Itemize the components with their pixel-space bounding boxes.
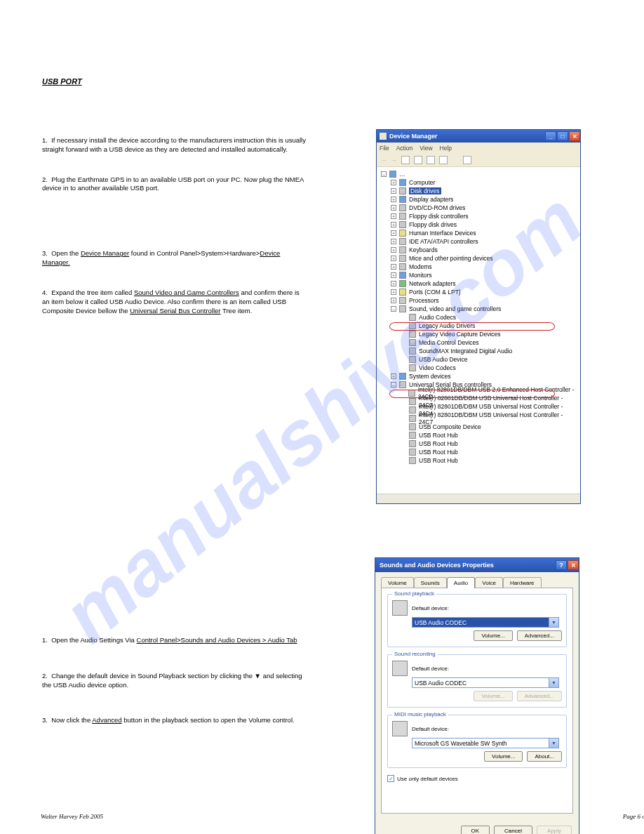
device-icon: [409, 356, 416, 363]
dropdown-playback-device[interactable]: USB Audio CODEC▼: [412, 617, 559, 628]
dropdown-arrow-icon[interactable]: ▼: [549, 618, 558, 627]
tree-item[interactable]: Modems: [409, 263, 432, 270]
checkbox-label: Use only default devices: [397, 776, 458, 782]
minimize-button[interactable]: _: [545, 131, 556, 141]
close-button[interactable]: [569, 131, 580, 141]
status-bar: [377, 494, 580, 503]
midi-about-button[interactable]: About...: [527, 751, 562, 762]
cancel-button[interactable]: Cancel: [494, 826, 532, 834]
menu-file[interactable]: File: [380, 145, 389, 152]
checkbox-use-only-default[interactable]: ✓ Use only default devices: [387, 775, 567, 782]
fieldset-midi-playback: MIDI music playback Default device: Micr…: [387, 715, 567, 768]
tree-item[interactable]: Display adapters: [409, 196, 453, 203]
menu-action[interactable]: Action: [396, 145, 413, 152]
tree-item[interactable]: DVD/CD-ROM drives: [409, 204, 465, 211]
device-icon: [399, 221, 406, 228]
tree-item[interactable]: SoundMAX Integrated Digital Audio: [419, 348, 512, 355]
tree-item[interactable]: Monitors: [409, 272, 432, 279]
dialog-title: Sounds and Audio Devices Properties: [380, 562, 494, 569]
device-icon: [409, 398, 416, 405]
sysdev-icon: [399, 373, 406, 380]
tree-item[interactable]: Video Codecs: [419, 364, 456, 371]
tree-sound-video[interactable]: Sound, video and game controllers: [409, 305, 501, 312]
tab-voice[interactable]: Voice: [475, 577, 503, 588]
toolbar-icon[interactable]: [401, 156, 410, 164]
menu-bar[interactable]: File Action View Help: [377, 143, 580, 153]
step-1-2: 2. Plug the Earthmate GPS in to an avail…: [42, 176, 309, 194]
playback-volume-button[interactable]: Volume...: [474, 630, 512, 641]
maximize-button[interactable]: □: [557, 131, 568, 141]
device-icon: [409, 406, 416, 413]
titlebar[interactable]: Sounds and Audio Devices Properties ?: [375, 558, 579, 572]
tree-item[interactable]: USB Root Hub: [419, 432, 458, 439]
tree-item[interactable]: Legacy Video Capture Devices: [419, 331, 501, 338]
tree-item[interactable]: Ports (COM & LPT): [409, 289, 461, 296]
dropdown-recording-device[interactable]: USB Audio CODEC▼: [412, 677, 559, 688]
device-icon: [399, 213, 406, 220]
tree-item[interactable]: Media Control Devices: [419, 339, 479, 346]
tree-item[interactable]: USB Root Hub: [419, 449, 458, 456]
device-icon: [399, 246, 406, 253]
footer-right: Page 6 of 6: [623, 813, 644, 820]
tree-item[interactable]: Network adapters: [409, 280, 456, 287]
tree-root[interactable]: …: [399, 171, 405, 178]
toolbar-icon[interactable]: [427, 156, 435, 164]
tab-audio[interactable]: Audio: [447, 577, 475, 588]
help-button[interactable]: ?: [556, 560, 567, 570]
menu-view[interactable]: View: [420, 145, 432, 152]
menu-help[interactable]: Help: [440, 145, 452, 152]
tab-sounds[interactable]: Sounds: [414, 577, 447, 588]
tab-volume[interactable]: Volume: [381, 577, 414, 588]
label-default-device: Default device:: [412, 726, 449, 732]
device-icon: [399, 289, 406, 296]
tree-system-devices[interactable]: System devices: [409, 373, 451, 380]
recording-advanced-button: Advanced...: [517, 691, 562, 701]
tree-item[interactable]: Floppy disk controllers: [409, 213, 469, 220]
microphone-icon: [392, 661, 408, 676]
legend-playback: Sound playback: [392, 590, 436, 597]
ok-button[interactable]: OK: [461, 826, 490, 834]
device-icon: [409, 457, 416, 464]
tree-item[interactable]: USB Audio Device: [419, 356, 467, 363]
midi-volume-button[interactable]: Volume...: [484, 751, 523, 762]
dropdown-arrow-icon[interactable]: ▼: [549, 678, 558, 687]
app-icon: [380, 133, 387, 140]
device-icon: [409, 423, 416, 430]
tree-item[interactable]: Floppy disk drives: [409, 221, 457, 228]
apply-button: Apply: [537, 826, 572, 834]
label-default-device: Default device:: [412, 605, 449, 611]
toolbar-icon[interactable]: [439, 156, 448, 164]
step-2-2: 2. Change the default device in Sound Pl…: [42, 672, 309, 690]
tree-item[interactable]: Disk drives: [409, 187, 441, 194]
window-title: Device Manager: [389, 133, 438, 140]
device-icon: [399, 272, 406, 279]
fieldset-sound-playback: Sound playback Default device: USB Audio…: [387, 594, 567, 647]
device-icon: [399, 263, 406, 270]
tree-item[interactable]: USB Root Hub: [419, 457, 458, 464]
tab-strip: Volume Sounds Audio Voice Hardware: [375, 572, 579, 588]
tree-item[interactable]: Human Interface Devices: [409, 230, 476, 237]
tree-item[interactable]: Processors: [409, 297, 439, 304]
close-button[interactable]: [568, 560, 579, 570]
dropdown-midi-device[interactable]: Microsoft GS Wavetable SW Synth▼: [412, 738, 559, 748]
toolbar-icon[interactable]: [463, 156, 471, 164]
device-icon: [399, 230, 406, 237]
tree-item[interactable]: Computer: [409, 179, 435, 186]
tree-item[interactable]: IDE ATA/ATAPI controllers: [409, 238, 478, 245]
toolbar-icon[interactable]: [414, 156, 422, 164]
tree-item[interactable]: Mice and other pointing devices: [409, 255, 493, 262]
tree-item[interactable]: Audio Codecs: [419, 314, 456, 321]
device-icon: [409, 339, 416, 346]
checkbox-icon[interactable]: ✓: [387, 775, 394, 782]
titlebar[interactable]: Device Manager _ □: [377, 130, 580, 143]
device-icon: [399, 204, 406, 211]
tree-item[interactable]: USB Composite Device: [419, 423, 481, 430]
highlight-usb-composite-device: [389, 390, 555, 398]
tree-item[interactable]: USB Root Hub: [419, 440, 458, 447]
tab-hardware[interactable]: Hardware: [503, 577, 542, 588]
dropdown-arrow-icon[interactable]: ▼: [549, 739, 558, 748]
tree-item[interactable]: Keyboards: [409, 246, 438, 253]
device-tree[interactable]: –… +Computer+Disk drives+Display adapter…: [377, 167, 580, 490]
device-icon: [399, 179, 406, 186]
playback-advanced-button[interactable]: Advanced...: [517, 630, 562, 641]
